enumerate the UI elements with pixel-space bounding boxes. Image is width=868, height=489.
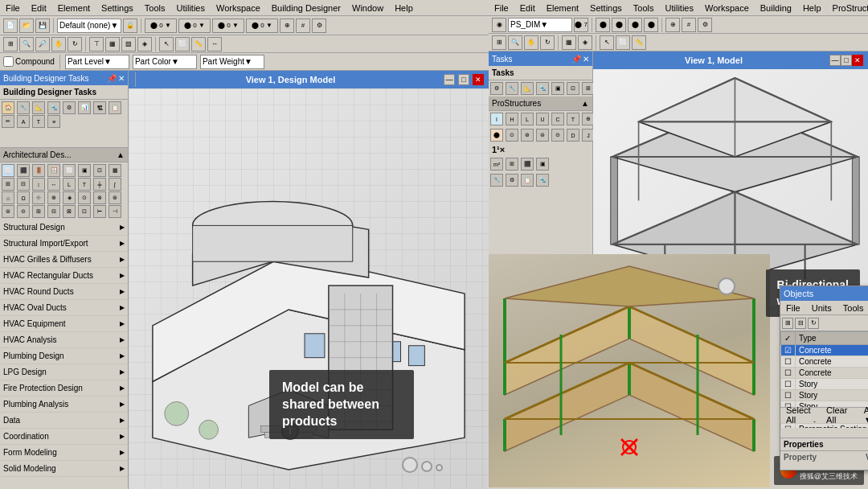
r-tool2-8[interactable]: ⬜: [616, 35, 630, 50]
r-grid-icon[interactable]: #: [682, 18, 696, 32]
r-tool-6[interactable]: ⬤: [644, 18, 658, 32]
r-vp-maximize[interactable]: □: [841, 55, 852, 66]
nav-hvac-analysis[interactable]: HVAC Analysis ▶: [0, 332, 128, 348]
r-e-icon-1[interactable]: m²: [490, 158, 503, 171]
obj-tb-3[interactable]: ↻: [808, 318, 819, 329]
arch-icon-20[interactable]: ⊕: [47, 191, 60, 204]
arch-section-header[interactable]: Architectural Des... ▲: [0, 148, 128, 162]
save-icon[interactable]: 💾: [35, 18, 50, 33]
arch-icon-9[interactable]: ⊞: [2, 178, 14, 191]
obj-menu-file[interactable]: File: [784, 303, 803, 313]
part-weight-dropdown[interactable]: Part Weight▼: [200, 55, 264, 69]
arch-icon-24[interactable]: ⊛: [108, 191, 121, 204]
nav-hvac-oval[interactable]: HVAC Oval Ducts ▶: [0, 300, 128, 316]
r-tool-4[interactable]: ⬤: [612, 18, 626, 32]
snap-icon[interactable]: ⊕: [280, 18, 294, 33]
r-e-icon-4[interactable]: ▣: [536, 158, 549, 171]
r-b-icon-3[interactable]: 📋: [521, 174, 534, 187]
measure-icon[interactable]: 📏: [191, 37, 206, 51]
arch-icon-5[interactable]: ⬜: [63, 164, 76, 177]
vp-close-btn[interactable]: ✕: [473, 74, 484, 85]
arch-icon-4[interactable]: 🪟: [47, 164, 60, 177]
open-icon[interactable]: 📂: [19, 18, 34, 33]
arch-icon-30[interactable]: ⊡: [78, 205, 91, 218]
r-settings-icon[interactable]: ⚙: [698, 18, 712, 32]
r-menu-file[interactable]: File: [492, 3, 511, 13]
arch-icon-10[interactable]: ⊟: [17, 178, 30, 191]
r-menu-building[interactable]: Building: [758, 3, 794, 13]
r-ps-icon-6[interactable]: T: [567, 113, 579, 125]
arch-icon-22[interactable]: ⊙: [78, 191, 91, 204]
r-s-icon-6[interactable]: ⊡: [567, 82, 579, 95]
s-icon-9[interactable]: ✏: [2, 115, 14, 128]
col-type[interactable]: Type: [796, 332, 869, 345]
menu-edit[interactable]: Edit: [29, 3, 49, 13]
row-check-5[interactable]: ☐: [781, 390, 796, 401]
vp-maximize-btn[interactable]: □: [458, 74, 469, 85]
lock-icon[interactable]: 🔒: [123, 18, 137, 33]
r-tool2-6[interactable]: ◈: [578, 35, 592, 50]
arch-icon-3[interactable]: 🚪: [32, 164, 45, 177]
arch-icon-28[interactable]: ⊟: [47, 205, 60, 218]
row-check-2[interactable]: ☐: [781, 356, 796, 368]
rotate-icon[interactable]: ↻: [68, 37, 82, 51]
nav-solid-modeling[interactable]: Solid Modeling ▶: [0, 461, 128, 477]
arch-icon-25[interactable]: ⊜: [2, 205, 14, 218]
r-ps-icon-3[interactable]: L: [521, 113, 534, 125]
zoom-in-icon[interactable]: 🔍: [19, 37, 34, 51]
settings-icon[interactable]: ⚙: [312, 18, 326, 33]
new-icon[interactable]: 📄: [3, 18, 18, 33]
r-s-icon-3[interactable]: 📐: [521, 82, 534, 95]
r-b-icon-1[interactable]: 🔧: [490, 174, 503, 187]
menu-settings[interactable]: Settings: [99, 3, 136, 13]
arch-icon-11[interactable]: ↕: [32, 178, 45, 191]
menu-file[interactable]: File: [3, 3, 23, 13]
arch-icon-27[interactable]: ⊞: [32, 205, 45, 218]
menu-element[interactable]: Element: [55, 3, 92, 13]
r-ps-icon-1[interactable]: I: [490, 113, 503, 125]
table-row[interactable]: ☐ Concrete 30 N/mm2: [781, 368, 869, 379]
nav-plumbing-analysis[interactable]: Plumbing Analysis ▶: [0, 397, 128, 413]
view-front-icon[interactable]: ▦: [105, 37, 120, 51]
menu-tools[interactable]: Tools: [142, 3, 168, 13]
view-top-icon[interactable]: ⊤: [89, 37, 104, 51]
tb-icon-4[interactable]: ⬤ 0 ▼: [246, 18, 278, 33]
s-icon-12[interactable]: ≡: [47, 115, 60, 128]
r-ps-icon-4[interactable]: U: [536, 113, 549, 125]
part-color-dropdown[interactable]: Part Color▼: [133, 55, 197, 69]
s-icon-7[interactable]: 🏗: [93, 101, 106, 114]
arch-icon-13[interactable]: L: [63, 178, 76, 191]
r-menu-tools[interactable]: Tools: [631, 3, 657, 13]
tasks-pin-icon[interactable]: 📌: [107, 74, 117, 83]
r-tasks-close[interactable]: ✕: [583, 55, 589, 64]
arch-icon-6[interactable]: ▣: [78, 164, 91, 177]
r-tool2-5[interactable]: ▦: [562, 35, 576, 50]
arch-icon-23[interactable]: ⊗: [93, 191, 106, 204]
r-tool2-2[interactable]: 🔍: [508, 35, 522, 50]
nav-hvac-rectangular[interactable]: HVAC Rectangular Ducts ▶: [0, 268, 128, 284]
r-a-icon-4[interactable]: ⊜: [536, 129, 549, 142]
tb-icon-3[interactable]: ⬤ 0 ▼: [212, 18, 244, 33]
all-dropdown-btn[interactable]: All ▼: [862, 405, 868, 425]
r-tool2-7[interactable]: ↖: [600, 35, 614, 50]
arch-icon-21[interactable]: ◈: [63, 191, 76, 204]
menu-utilities[interactable]: Utilities: [174, 3, 207, 13]
r-a-icon-5[interactable]: ⊝: [551, 129, 564, 142]
vp-minimize-btn[interactable]: —: [444, 74, 455, 85]
r-ps-dim-dropdown[interactable]: PS_DIM▼: [508, 18, 572, 32]
s-icon-8[interactable]: 📋: [108, 101, 121, 114]
r-prostructures-header[interactable]: ProStructures ▲: [489, 97, 592, 111]
r-tool2-1[interactable]: ⊞: [492, 35, 506, 50]
r-s-icon-2[interactable]: 🔧: [506, 82, 518, 95]
s-icon-4[interactable]: 🔩: [47, 101, 60, 114]
r-e-icon-2[interactable]: ⊞: [506, 158, 518, 171]
r-a-icon-1[interactable]: ⬤: [490, 129, 503, 142]
menu-building-designer[interactable]: Building Designer: [269, 3, 343, 13]
obj-tb-1[interactable]: ⊞: [782, 318, 793, 329]
arch-icon-18[interactable]: Ω: [17, 191, 30, 204]
r-tool-1[interactable]: ◉: [492, 18, 506, 32]
r-b-icon-2[interactable]: ⚙: [506, 174, 518, 187]
r-menu-element[interactable]: Element: [544, 3, 581, 13]
nav-fire-protection[interactable]: Fire Protection Design ▶: [0, 380, 128, 397]
tb-icon-2[interactable]: ⬤ 0 ▼: [178, 18, 211, 33]
